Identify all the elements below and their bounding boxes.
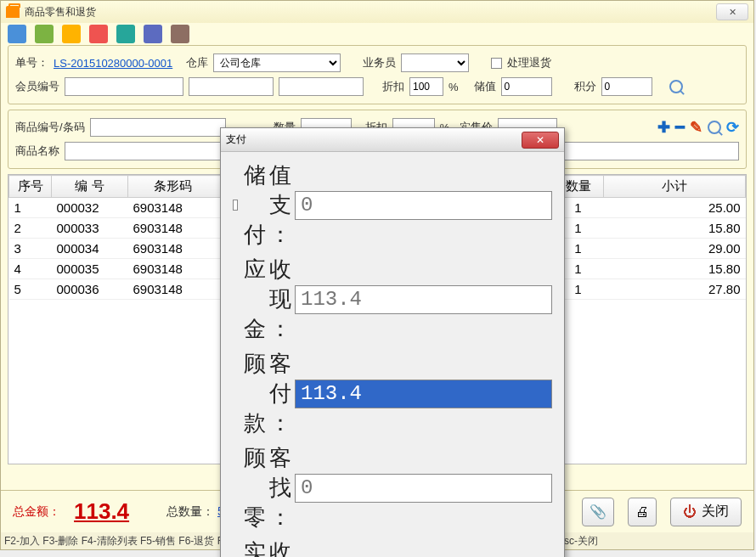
toolbar-icon-6[interactable] bbox=[144, 25, 162, 43]
actual-label: 实收现金： bbox=[233, 537, 295, 557]
remove-icon[interactable]: ━ bbox=[675, 118, 685, 137]
code-input[interactable] bbox=[90, 118, 226, 137]
warehouse-label: 仓库 bbox=[186, 55, 208, 70]
toolbar-icon-2[interactable] bbox=[35, 25, 54, 43]
refresh-icon[interactable]: ⟳ bbox=[726, 118, 739, 137]
lookup-icon[interactable] bbox=[708, 121, 721, 134]
toolbar-icon-3[interactable] bbox=[62, 25, 81, 43]
discount-pct: % bbox=[449, 81, 459, 93]
member-input[interactable] bbox=[65, 77, 183, 96]
print-button[interactable]: 🖨 bbox=[628, 498, 657, 526]
name-label: 商品名称 bbox=[15, 143, 59, 159]
close-button[interactable]: ⏻关闭 bbox=[670, 498, 742, 526]
member-label: 会员编号 bbox=[15, 79, 59, 94]
stored-pay-label: 储值支付： bbox=[241, 160, 295, 250]
toolbar-icon-7[interactable] bbox=[171, 25, 189, 43]
total-amount: 113.4 bbox=[74, 498, 129, 525]
order-no-label: 单号： bbox=[15, 55, 48, 70]
return-label: 处理退货 bbox=[507, 55, 551, 70]
change-label: 顾客找零： bbox=[233, 443, 295, 532]
stored-pay-input[interactable] bbox=[295, 191, 552, 220]
member-aux1-input[interactable] bbox=[189, 77, 274, 96]
search-icon[interactable] bbox=[669, 80, 683, 93]
stored-label: 储值 bbox=[474, 79, 496, 94]
toolbar-icon-5[interactable] bbox=[116, 25, 135, 43]
code-label: 商品编号/条码 bbox=[15, 120, 85, 135]
app-toolbar bbox=[1, 23, 753, 45]
th-sub: 小计 bbox=[604, 176, 746, 198]
change-input bbox=[295, 474, 552, 503]
dialog-close-button[interactable]: ✕ bbox=[522, 132, 559, 149]
return-checkbox[interactable] bbox=[491, 58, 502, 69]
receivable-input bbox=[295, 285, 552, 314]
dialog-title: 支付 bbox=[226, 132, 246, 147]
total-qty-label: 总数量： 5 bbox=[166, 504, 224, 520]
warehouse-select[interactable]: 公司仓库 bbox=[213, 53, 341, 72]
toolbar-icon-1[interactable] bbox=[8, 25, 26, 43]
total-label: 总金额： bbox=[13, 504, 60, 520]
add-icon[interactable]: ✚ bbox=[657, 118, 670, 137]
window-title: 商品零售和退货 bbox=[25, 5, 96, 20]
order-info-panel: 单号： LS-201510280000-0001 仓库 公司仓库 业务员 处理退… bbox=[8, 45, 747, 104]
salesman-label: 业务员 bbox=[363, 55, 396, 70]
clear-icon[interactable]: ✎ bbox=[690, 118, 702, 137]
stored-pay-checkbox[interactable] bbox=[233, 200, 238, 211]
order-no-value[interactable]: LS-201510280000-0001 bbox=[54, 57, 172, 70]
dialog-titlebar: 支付 ✕ bbox=[221, 128, 564, 152]
discount-input[interactable] bbox=[409, 77, 443, 96]
app-icon bbox=[6, 6, 20, 18]
member-aux2-input[interactable] bbox=[279, 77, 364, 96]
discount-label: 折扣 bbox=[382, 79, 404, 94]
window-close-button[interactable]: ✕ bbox=[716, 3, 748, 20]
th-code: 编 号 bbox=[52, 176, 128, 198]
paid-input[interactable] bbox=[295, 380, 552, 408]
attach-button[interactable]: 📎 bbox=[582, 498, 614, 526]
receivable-label: 应收现金： bbox=[233, 255, 295, 344]
payment-dialog: 支付 ✕ 储值支付： 应收现金： 顾客付款： 顾客找零： 实收现金： ✔确定 ▶… bbox=[220, 127, 565, 557]
stored-input[interactable] bbox=[501, 77, 552, 96]
titlebar: 商品零售和退货 ✕ bbox=[1, 1, 753, 23]
salesman-select[interactable] bbox=[401, 53, 469, 72]
toolbar-icon-4[interactable] bbox=[89, 25, 108, 43]
th-seq: 序号 bbox=[9, 176, 52, 198]
points-label: 积分 bbox=[574, 79, 596, 94]
points-input[interactable] bbox=[601, 77, 652, 96]
paid-label: 顾客付款： bbox=[233, 349, 295, 438]
